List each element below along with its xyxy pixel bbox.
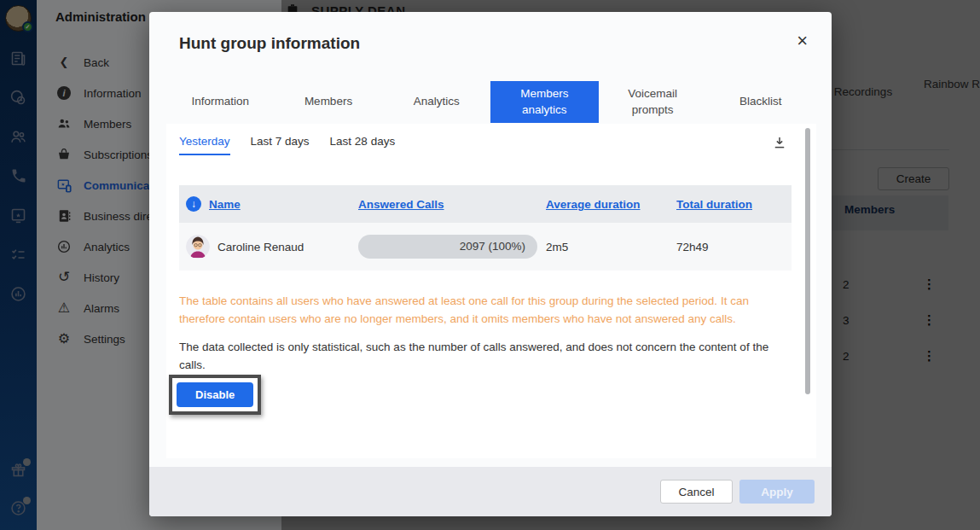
tab-analytics[interactable]: Analytics <box>382 81 490 123</box>
close-icon[interactable]: × <box>797 32 808 50</box>
member-name: Caroline Renaud <box>217 241 304 253</box>
column-header-name[interactable]: Name <box>209 198 241 211</box>
cancel-button[interactable]: Cancel <box>660 480 733 504</box>
analytics-table-header: ↓ Name Answered Calls Average duration T… <box>179 185 792 223</box>
tab-blacklist[interactable]: Blacklist <box>706 81 815 123</box>
column-header-total-duration[interactable]: Total duration <box>676 198 752 211</box>
tab-information[interactable]: Information <box>166 81 275 123</box>
disable-button[interactable]: Disable <box>177 382 253 407</box>
answered-calls-bar: 2097 (100%) <box>358 235 537 259</box>
tab-voicemail-prompts[interactable]: Voicemail prompts <box>599 81 707 123</box>
table-disclaimer-warning: The table contains all users who have an… <box>179 293 786 329</box>
user-avatar <box>186 235 210 259</box>
analytics-table: ↓ Name Answered Calls Average duration T… <box>179 185 792 271</box>
action-highlight-box: Disable <box>169 375 261 415</box>
sort-descending-icon[interactable]: ↓ <box>186 196 201 212</box>
period-last-7-days[interactable]: Last 7 days <box>251 135 310 155</box>
tab-members-analytics[interactable]: Members analytics <box>490 81 599 123</box>
download-icon[interactable] <box>772 135 787 154</box>
members-analytics-panel: Yesterday Last 7 days Last 28 days ↓ Nam… <box>166 124 816 458</box>
statistics-note: The data collected is only statistical, … <box>179 339 786 375</box>
period-filter: Yesterday Last 7 days Last 28 days <box>179 135 395 155</box>
apply-button[interactable]: Apply <box>739 480 815 504</box>
table-row: Caroline Renaud 2097 (100%) 2m5 72h49 <box>179 223 792 271</box>
modal-title: Hunt group information <box>179 34 360 53</box>
tab-members[interactable]: Members <box>275 81 383 123</box>
total-duration-value: 72h49 <box>676 241 709 253</box>
column-header-average-duration[interactable]: Average duration <box>546 198 641 211</box>
modal-footer: Cancel Apply <box>149 467 832 516</box>
period-last-28-days[interactable]: Last 28 days <box>330 135 396 155</box>
column-header-answered-calls[interactable]: Answered Calls <box>358 198 444 211</box>
period-yesterday[interactable]: Yesterday <box>179 135 230 155</box>
modal-scrollbar[interactable] <box>805 128 810 394</box>
modal-tab-bar: Information Members Analytics Members an… <box>166 81 815 123</box>
hunt-group-information-modal: Hunt group information × Information Mem… <box>149 12 832 516</box>
average-duration-value: 2m5 <box>546 241 568 253</box>
